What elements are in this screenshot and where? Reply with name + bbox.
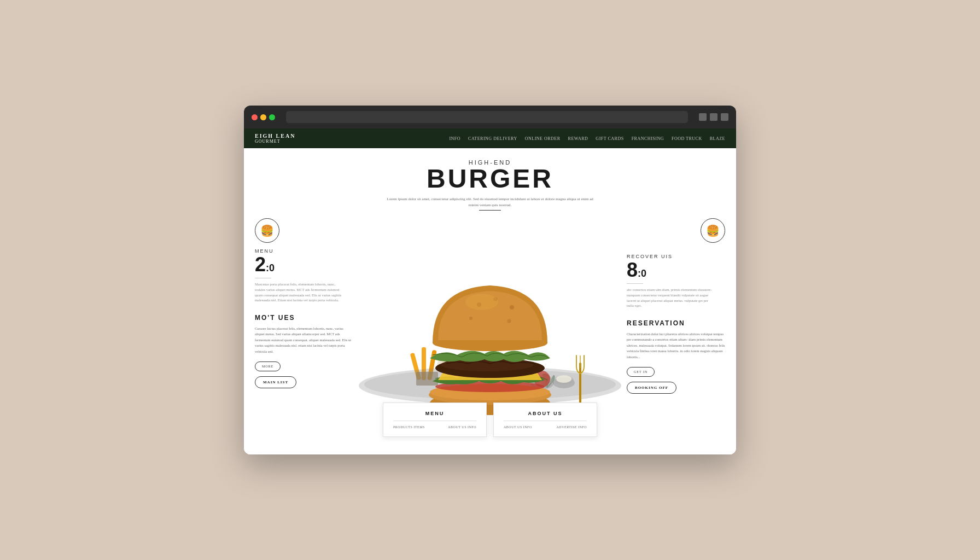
about-link-1[interactable]: ABOUT US INFO: [504, 425, 532, 429]
right-section-block: RESERVATION Characterization dolut luct …: [627, 319, 725, 394]
svg-point-19: [469, 317, 472, 320]
burger-image-container: MENU PRODUCTS ITEMS ABOUT US INFO ABOUT …: [386, 218, 594, 448]
nav-link-food-truck[interactable]: FOOD TRUCK: [672, 136, 702, 141]
right-section-text: Characterization dolut luct pharetra ult…: [627, 331, 725, 360]
hero-section: HIGH-END BURGER Lorem ipsum dolor sit am…: [244, 148, 736, 454]
menu-link-1[interactable]: PRODUCTS ITEMS: [393, 425, 425, 429]
two-col-layout: 🍔 MENU 2:0 Maecenas porta placerat felis…: [244, 218, 736, 448]
browser-icon-2: [710, 113, 718, 121]
minimize-button[interactable]: [260, 114, 266, 120]
logo-main-text: EIGH LEAN: [255, 133, 295, 139]
about-card: ABOUT US ABOUT US INFO ADVERTISE INFO: [493, 402, 597, 437]
nav-link-franchise[interactable]: FRANCHISING: [632, 136, 664, 141]
right-stat-block: RECOVER UIS 8:0 abc consertos etiam ulm …: [627, 254, 725, 308]
nav-logo: EIGH LEAN GOURMET: [255, 133, 295, 144]
left-section-text: Curaore luctus placerat felis, elementum…: [255, 326, 353, 354]
nav-link-catering[interactable]: CATERING DELIVERY: [468, 136, 517, 141]
nav-links: INFO CATERING DELIVERY ONLINE ORDER REWA…: [449, 136, 725, 141]
about-card-title: ABOUT US: [504, 411, 587, 416]
left-stat-number: 2:0: [255, 255, 353, 275]
right-stat-divider: [627, 283, 643, 284]
left-stat-block: MENU 2:0 Maecenas porta placerat felis, …: [255, 248, 353, 303]
left-burger-icon: 🍔: [260, 224, 274, 237]
close-button[interactable]: [252, 114, 258, 120]
address-bar[interactable]: [286, 111, 688, 123]
right-btn-large[interactable]: BOOKING OFF: [627, 382, 676, 394]
left-stat-suffix: :0: [266, 262, 275, 273]
hero-title: BURGER: [386, 166, 594, 192]
svg-point-18: [510, 305, 514, 310]
menu-link-2[interactable]: ABOUT US INFO: [448, 425, 476, 429]
bottom-cards: MENU PRODUCTS ITEMS ABOUT US INFO ABOUT …: [383, 402, 597, 437]
browser-chrome: [244, 106, 736, 129]
traffic-lights: [252, 114, 275, 120]
left-stat-divider: [255, 278, 271, 278]
svg-point-21: [465, 294, 498, 310]
browser-icon-1: [699, 113, 707, 121]
left-stat-label: MENU: [255, 248, 353, 254]
maximize-button[interactable]: [269, 114, 275, 120]
nav-bar: EIGH LEAN GOURMET INFO CATERING DELIVERY…: [244, 129, 736, 148]
right-stat-number: 8:0: [627, 260, 725, 280]
right-column: 🍔 RECOVER UIS 8:0 abc consertos etiam ul…: [616, 218, 736, 448]
right-stat-label: RECOVER UIS: [627, 254, 725, 259]
hero-underline: [479, 210, 501, 211]
left-column: 🍔 MENU 2:0 Maecenas porta placerat felis…: [244, 218, 364, 448]
logo-sub-text: GOURMET: [255, 139, 295, 144]
browser-window: EIGH LEAN GOURMET INFO CATERING DELIVERY…: [244, 106, 736, 454]
browser-icons: [699, 113, 728, 121]
menu-card-links: PRODUCTS ITEMS ABOUT US INFO: [393, 425, 476, 429]
left-stat-desc: Maecenas porta placerat felis, elementum…: [255, 282, 342, 303]
about-card-links: ABOUT US INFO ADVERTISE INFO: [504, 425, 587, 429]
nav-link-reward[interactable]: REWARD: [568, 136, 588, 141]
about-link-2[interactable]: ADVERTISE INFO: [557, 425, 587, 429]
menu-card: MENU PRODUCTS ITEMS ABOUT US INFO: [383, 402, 487, 437]
hero-title-area: HIGH-END BURGER Lorem ipsum dolor sit am…: [386, 159, 594, 213]
left-section-heading: MO'T UES: [255, 314, 353, 322]
left-btn-large[interactable]: MAIN LIST: [255, 376, 296, 388]
right-stat-suffix: :0: [638, 268, 646, 279]
left-stat-main: 2: [255, 253, 266, 276]
left-btn-small[interactable]: MORE: [255, 361, 281, 371]
center-column: MENU PRODUCTS ITEMS ABOUT US INFO ABOUT …: [364, 218, 616, 448]
hero-description: Lorem ipsum dolor sit amet, consectetur …: [386, 196, 594, 208]
menu-card-divider: [393, 421, 476, 421]
right-stat-desc: abc consertos etiam ulm diam. primis ele…: [627, 287, 714, 308]
nav-link-online[interactable]: ONLINE ORDER: [525, 136, 561, 141]
svg-point-20: [508, 319, 511, 323]
menu-card-title: MENU: [393, 411, 476, 416]
right-burger-icon: 🍔: [706, 224, 720, 237]
right-stat-main: 8: [627, 259, 638, 281]
browser-icon-3: [721, 113, 728, 121]
right-burger-icon-circle: 🍔: [701, 218, 725, 243]
nav-link-blaze[interactable]: BLAZE: [710, 136, 725, 141]
nav-link-info[interactable]: INFO: [449, 136, 460, 141]
nav-link-gift[interactable]: GIFT CARDS: [596, 136, 623, 141]
main-content: HIGH-END BURGER Lorem ipsum dolor sit am…: [244, 148, 736, 454]
about-card-divider: [504, 421, 587, 421]
right-section-heading: RESERVATION: [627, 319, 725, 327]
left-burger-icon-circle: 🍔: [255, 218, 279, 243]
left-section-block: MO'T UES Curaore luctus placerat felis, …: [255, 314, 353, 388]
